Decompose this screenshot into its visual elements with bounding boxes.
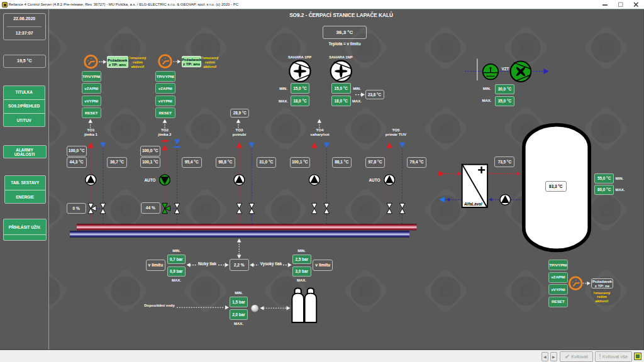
svg-text:AlfaLaval: AlfaLaval xyxy=(464,202,482,206)
